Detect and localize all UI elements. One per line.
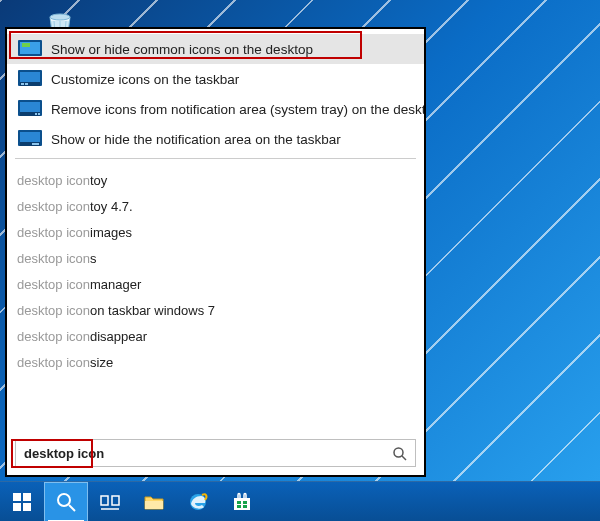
svg-rect-39: [237, 505, 241, 508]
suggestion-suffix: disappear: [90, 329, 147, 344]
search-result-label: Show or hide the notification area on th…: [51, 132, 341, 147]
search-suggestion-item[interactable]: desktop icon toy: [7, 167, 424, 193]
search-suggestions-list: desktop icon toy desktop icon toy 4.7. d…: [7, 163, 424, 379]
suggestion-prefix: desktop icon: [17, 173, 90, 188]
search-result-item[interactable]: Show or hide the notification area on th…: [7, 124, 424, 154]
svg-rect-38: [243, 501, 247, 504]
svg-point-1: [50, 14, 70, 20]
suggestion-suffix: size: [90, 355, 113, 370]
svg-rect-13: [25, 83, 28, 85]
svg-rect-22: [32, 143, 39, 145]
suggestion-prefix: desktop icon: [17, 277, 90, 292]
task-view-button[interactable]: [88, 482, 132, 521]
svg-rect-17: [35, 113, 37, 115]
suggestion-prefix: desktop icon: [17, 329, 90, 344]
svg-rect-31: [101, 496, 108, 505]
search-suggestion-item[interactable]: desktop icon disappear: [7, 323, 424, 349]
svg-rect-7: [22, 43, 30, 47]
svg-line-30: [69, 505, 75, 511]
suggestion-suffix: on taskbar windows 7: [90, 303, 215, 318]
search-result-item[interactable]: Customize icons on the taskbar: [7, 64, 424, 94]
search-results-list: Show or hide common icons on the desktop…: [7, 29, 424, 432]
taskbar-settings-icon: [17, 128, 43, 150]
suggestion-prefix: desktop icon: [17, 251, 90, 266]
display-settings-icon: [17, 38, 43, 60]
svg-point-29: [58, 494, 70, 506]
search-suggestion-item[interactable]: desktop icon toy 4.7.: [7, 193, 424, 219]
taskbar-settings-icon: [17, 68, 43, 90]
svg-point-23: [394, 448, 403, 457]
svg-rect-8: [26, 57, 34, 59]
search-result-item[interactable]: Show or hide common icons on the desktop: [7, 34, 424, 64]
search-result-label: Customize icons on the taskbar: [51, 72, 239, 87]
suggestion-suffix: manager: [90, 277, 141, 292]
svg-rect-37: [237, 501, 241, 504]
suggestion-suffix: images: [90, 225, 132, 240]
suggestion-suffix: toy 4.7.: [90, 199, 133, 214]
svg-rect-32: [112, 496, 119, 505]
svg-rect-34: [145, 501, 163, 509]
search-suggestion-item[interactable]: desktop icon images: [7, 219, 424, 245]
search-result-label: Show or hide common icons on the desktop: [51, 42, 313, 57]
results-divider: [15, 158, 416, 159]
svg-rect-26: [23, 493, 31, 501]
svg-line-24: [402, 456, 406, 460]
internet-explorer-button[interactable]: [176, 482, 220, 521]
search-result-label: Remove icons from notification area (sys…: [51, 102, 424, 117]
search-input[interactable]: [15, 439, 416, 467]
search-icon: [392, 446, 408, 462]
search-suggestion-item[interactable]: desktop icons: [7, 245, 424, 271]
svg-rect-40: [243, 505, 247, 508]
start-button[interactable]: [0, 482, 44, 521]
search-suggestion-item[interactable]: desktop icon size: [7, 349, 424, 375]
notification-area-icon: [17, 98, 43, 120]
svg-rect-15: [20, 102, 40, 112]
suggestion-suffix: s: [90, 251, 97, 266]
suggestion-prefix: desktop icon: [17, 199, 90, 214]
svg-rect-20: [20, 132, 40, 142]
taskbar: [0, 481, 600, 521]
suggestion-prefix: desktop icon: [17, 225, 90, 240]
svg-rect-12: [21, 83, 24, 85]
search-suggestion-item[interactable]: desktop icon manager: [7, 271, 424, 297]
suggestion-suffix: toy: [90, 173, 107, 188]
store-button[interactable]: [220, 482, 264, 521]
svg-rect-10: [20, 72, 40, 82]
svg-rect-25: [13, 493, 21, 501]
search-box-container: [7, 432, 424, 475]
file-explorer-button[interactable]: [132, 482, 176, 521]
svg-rect-36: [234, 498, 250, 510]
svg-rect-18: [38, 113, 40, 115]
svg-rect-28: [23, 503, 31, 511]
search-results-panel: Show or hide common icons on the desktop…: [5, 27, 426, 477]
svg-rect-27: [13, 503, 21, 511]
suggestion-prefix: desktop icon: [17, 355, 90, 370]
search-suggestion-item[interactable]: desktop icon on taskbar windows 7: [7, 297, 424, 323]
suggestion-prefix: desktop icon: [17, 303, 90, 318]
search-button[interactable]: [44, 482, 88, 521]
search-result-item[interactable]: Remove icons from notification area (sys…: [7, 94, 424, 124]
